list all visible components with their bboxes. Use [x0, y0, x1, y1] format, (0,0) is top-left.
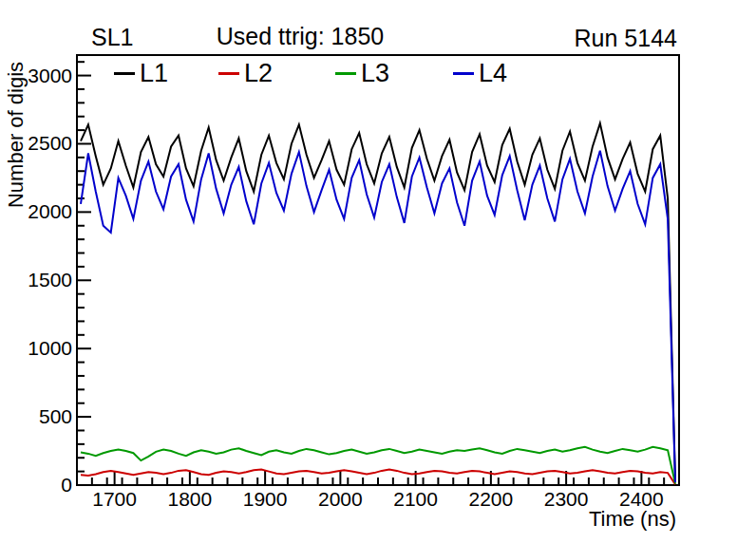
- svg-text:1500: 1500: [28, 269, 72, 290]
- legend-entry-l3: L3: [335, 60, 389, 86]
- x-axis-minor-ticks: [92, 477, 664, 485]
- series-line-l1: [81, 123, 675, 481]
- svg-text:2100: 2100: [393, 488, 438, 510]
- legend-line-swatch-l2: [218, 72, 239, 75]
- y-axis-major-ticks: [77, 76, 91, 485]
- root-canvas: 0500100015002000250030001700180019002000…: [0, 0, 756, 543]
- svg-text:1700: 1700: [92, 488, 137, 510]
- ttrig-title: Used ttrig: 1850: [217, 24, 385, 50]
- legend-label: L4: [479, 61, 507, 86]
- svg-text:2000: 2000: [28, 200, 72, 222]
- run-number-title: Run 5144: [575, 26, 677, 52]
- legend-label: L3: [361, 61, 389, 86]
- superlayer-title: SL1: [91, 25, 133, 51]
- svg-text:3000: 3000: [28, 65, 72, 86]
- svg-text:2500: 2500: [28, 132, 72, 154]
- legend-entry-l2: L2: [218, 60, 273, 86]
- svg-text:1000: 1000: [28, 337, 72, 359]
- x-axis-title: Time (ns): [589, 507, 676, 532]
- svg-text:1900: 1900: [243, 488, 288, 510]
- svg-text:0: 0: [61, 474, 72, 496]
- y-axis-minor-ticks: [77, 62, 85, 471]
- series-line-l4: [81, 151, 675, 482]
- svg-text:2000: 2000: [318, 488, 363, 510]
- legend-line-swatch-l3: [335, 72, 356, 75]
- y-axis-tick-labels: 050010001500200025003000: [28, 65, 72, 496]
- svg-text:2200: 2200: [469, 488, 514, 510]
- legend-entry-l4: L4: [453, 60, 507, 86]
- y-axis-title: Number of digis: [4, 62, 28, 208]
- legend-line-swatch-l1: [114, 72, 135, 75]
- plot-frame: [77, 55, 679, 485]
- legend-entry-l1: L1: [114, 60, 168, 86]
- legend-label: L2: [244, 61, 273, 86]
- legend-label: L1: [140, 61, 168, 86]
- svg-text:2300: 2300: [544, 488, 589, 510]
- svg-text:1800: 1800: [168, 488, 213, 510]
- x-axis-tick-labels: 17001800190020002100220023002400: [92, 488, 663, 510]
- legend-line-swatch-l4: [453, 72, 474, 75]
- svg-text:500: 500: [39, 405, 72, 427]
